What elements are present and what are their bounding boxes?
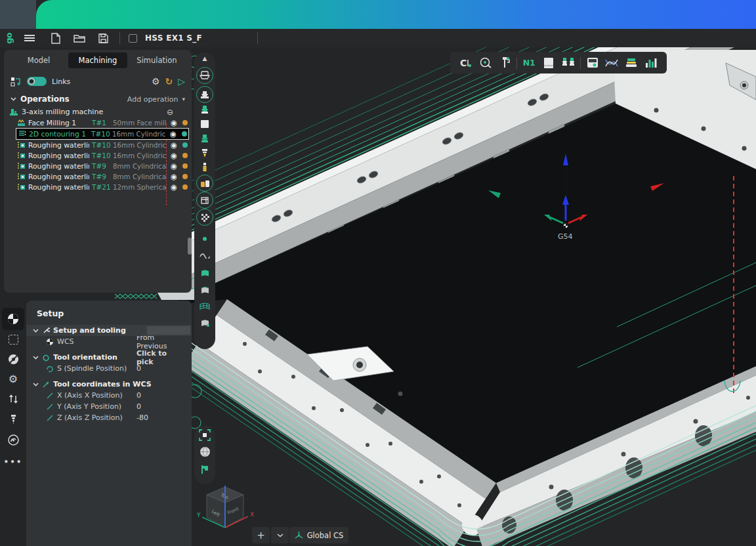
scroll-up-icon[interactable]: ▲ bbox=[194, 55, 215, 62]
tool-coordinates-section[interactable]: Tool coordinates in WCS bbox=[26, 379, 192, 390]
machining-toolbar: C N1 bbox=[450, 52, 667, 74]
surface-gray-button[interactable] bbox=[194, 286, 215, 295]
app-toolbar: go HSS EX1 S_F bbox=[0, 29, 756, 47]
play-simulation-icon[interactable]: ▷ bbox=[178, 77, 185, 86]
tool-orientation-section[interactable]: Tool orientation Click to pick bbox=[26, 352, 192, 363]
links-toggle[interactable] bbox=[27, 77, 47, 86]
shaded-view-button[interactable] bbox=[194, 446, 215, 457]
operation-row[interactable]: Roughing waterline 5T#21 12mm Spherica◉ bbox=[16, 182, 189, 192]
toolbar-divider bbox=[516, 57, 517, 69]
stock-selection-tool[interactable] bbox=[0, 335, 26, 345]
machine-panel-button[interactable] bbox=[585, 55, 600, 71]
tab-model[interactable]: Model bbox=[9, 52, 68, 68]
toolpath-visibility-icon[interactable]: ◉ bbox=[169, 151, 178, 160]
probe-gauge-button[interactable] bbox=[478, 55, 494, 71]
hamburger-menu-icon[interactable] bbox=[22, 31, 37, 45]
toolpath-visibility-icon[interactable]: ◉ bbox=[169, 172, 178, 181]
tool-disc-tool[interactable] bbox=[0, 354, 26, 365]
statistics-bars-button[interactable] bbox=[643, 55, 659, 71]
view-cube[interactable]: Top Left Front Y X bbox=[196, 480, 258, 546]
tool-holder-icon[interactable] bbox=[0, 434, 26, 446]
settings-gear-icon[interactable]: ⚙ bbox=[0, 373, 26, 385]
add-cs-button[interactable]: + bbox=[252, 527, 270, 543]
machine-node[interactable]: 3-axis milling machine ⊖ bbox=[9, 106, 189, 117]
workpiece-clamp-button[interactable] bbox=[194, 175, 215, 192]
sort-arrows-tool[interactable] bbox=[0, 394, 26, 404]
toolpath-visibility-icon[interactable]: ◉ bbox=[169, 161, 178, 171]
toolpath-visibility-icon[interactable]: ◉ bbox=[169, 129, 178, 138]
waterline-icon bbox=[17, 183, 26, 191]
cube-axis-y-label: Y bbox=[196, 512, 201, 518]
cutter-tool-button[interactable] bbox=[194, 148, 215, 158]
operation-row[interactable]: Roughing waterline 2T#10 16mm Cylindric◉ bbox=[16, 150, 189, 161]
setup-title: Setup bbox=[26, 301, 192, 325]
tab-machining[interactable]: Machining bbox=[68, 52, 127, 68]
spindle-row[interactable]: S (Spindle Position) 0 bbox=[26, 363, 192, 374]
tool-pair-button[interactable] bbox=[560, 55, 576, 71]
stock-view-button[interactable] bbox=[194, 192, 215, 209]
waterline-icon bbox=[17, 173, 26, 180]
axis-x-row[interactable]: X (Axis X Position) 0 bbox=[26, 390, 192, 401]
wcs-tool-selected[interactable] bbox=[2, 308, 24, 330]
machining-panel: Model Machining Simulation Links ⚙ ↻ ▷ O… bbox=[4, 50, 192, 293]
value-cell[interactable] bbox=[147, 326, 190, 335]
operations-header: Operations Add operation ▾ bbox=[4, 92, 192, 105]
stock-box-button[interactable] bbox=[194, 120, 215, 128]
holder-green-button[interactable] bbox=[194, 134, 215, 143]
fit-view-button[interactable] bbox=[194, 429, 215, 441]
axis-x-value: 0 bbox=[136, 391, 185, 400]
add-operation-caret-icon[interactable]: ▾ bbox=[182, 96, 185, 102]
status-dot bbox=[182, 120, 188, 125]
toolpath-visibility-icon[interactable]: ◉ bbox=[169, 140, 178, 150]
chevron-down-icon[interactable] bbox=[10, 97, 16, 101]
add-operation-button[interactable]: Add operation bbox=[127, 95, 178, 104]
wcs-row[interactable]: WCS From Previous bbox=[26, 336, 192, 347]
surface-green-button[interactable] bbox=[194, 269, 215, 278]
spindle-head-view-button[interactable] bbox=[194, 67, 215, 84]
status-dot bbox=[182, 163, 188, 169]
recalculate-icon[interactable]: ↻ bbox=[165, 77, 173, 86]
toolbar-divider bbox=[580, 57, 581, 69]
links-settings-gear-icon[interactable]: ⚙ bbox=[152, 77, 160, 86]
holder-small-button[interactable] bbox=[194, 105, 215, 114]
panel-drag-handle[interactable] bbox=[188, 238, 192, 255]
point-display-button[interactable] bbox=[194, 237, 215, 241]
operation-row[interactable]: Roughing waterline 1T#10 16mm Cylindric◉ bbox=[16, 140, 189, 150]
axis-z-row[interactable]: Z (Axis Z Position) -80 bbox=[26, 412, 192, 423]
corner-slate bbox=[0, 0, 36, 29]
toolpath-analysis-button[interactable] bbox=[604, 55, 620, 71]
stock-display-button[interactable] bbox=[541, 55, 556, 71]
operation-row[interactable]: Roughing waterline 4T#9 8mm Cylindrical◉ bbox=[16, 171, 189, 182]
surface-point-button[interactable] bbox=[194, 319, 215, 327]
layers-stack-button[interactable] bbox=[623, 55, 639, 71]
holder-view-button[interactable] bbox=[194, 86, 215, 103]
toolpath-visibility-icon[interactable]: ◉ bbox=[169, 118, 178, 127]
document-checkbox-icon[interactable] bbox=[125, 31, 140, 45]
c-axis-button[interactable]: C bbox=[458, 55, 474, 71]
nc-program-button[interactable]: N1 bbox=[521, 55, 537, 71]
operation-row[interactable]: 2D contouring 1T#10 16mm Cylindric◉ bbox=[16, 128, 189, 140]
new-file-icon[interactable] bbox=[49, 31, 63, 45]
operation-row[interactable]: Roughing waterline 3T#9 8mm Cylindrical◉ bbox=[16, 161, 189, 171]
operation-row[interactable]: Face Milling 1T#1 50mm Face mill◉ bbox=[16, 117, 189, 128]
cutter-small-button[interactable] bbox=[194, 162, 215, 172]
caliper-button[interactable] bbox=[497, 55, 513, 71]
toolpath-visibility-icon[interactable]: ◉ bbox=[169, 182, 178, 192]
save-icon[interactable] bbox=[96, 31, 110, 45]
global-cs-button[interactable]: Global CS bbox=[289, 527, 348, 543]
collapse-all-icon[interactable]: ⊖ bbox=[167, 108, 173, 117]
toolbar-divider bbox=[257, 32, 258, 44]
app-logo[interactable]: go bbox=[1, 31, 16, 45]
links-graph-icon[interactable] bbox=[10, 77, 22, 87]
drill-tool-icon[interactable] bbox=[0, 414, 26, 425]
flag-button[interactable] bbox=[194, 465, 215, 474]
cs-dropdown-button[interactable] bbox=[271, 527, 289, 543]
mesh-view-button[interactable] bbox=[194, 209, 215, 226]
surface-grid-button[interactable] bbox=[194, 303, 215, 311]
setup-tooling-section[interactable]: Setup and tooling bbox=[26, 325, 192, 336]
open-folder-icon[interactable] bbox=[72, 31, 87, 45]
tab-simulation[interactable]: Simulation bbox=[127, 52, 186, 68]
curve-display-button[interactable] bbox=[194, 252, 215, 259]
more-tools-button[interactable]: ••• bbox=[0, 457, 26, 467]
axis-y-row[interactable]: Y (Axis Y Position) 0 bbox=[26, 401, 192, 412]
